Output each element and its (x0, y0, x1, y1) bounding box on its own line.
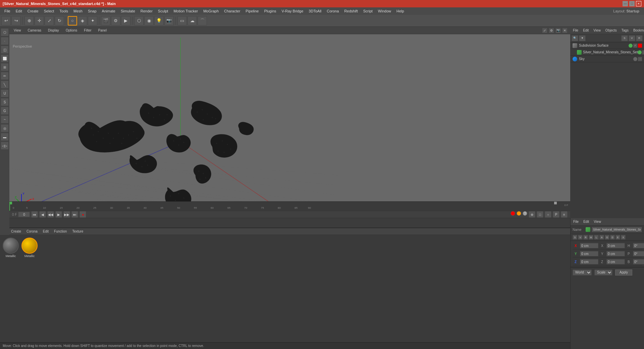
menu-3dtoall[interactable]: 3DToAll (306, 8, 324, 14)
menu-character[interactable]: Character (222, 8, 243, 14)
props-icon-l[interactable]: L (594, 235, 599, 240)
object-item-subdivision-surface[interactable]: Subdivision Surface ✓ · (570, 42, 644, 49)
frame-input[interactable] (18, 212, 30, 217)
props-icon-x[interactable]: X (621, 235, 626, 240)
menu-corona[interactable]: Corona (324, 8, 341, 14)
go-start-button[interactable]: ⏮ (31, 211, 38, 218)
coord-y-size[interactable] (606, 251, 625, 256)
coord-y-pos[interactable] (580, 251, 598, 256)
grab-btn[interactable]: G (1, 107, 9, 115)
menu-mograph[interactable]: MoGraph (201, 8, 221, 14)
minerals-visible-btn[interactable] (638, 50, 642, 54)
points-mode-button[interactable]: ✦ (88, 16, 97, 26)
move-button[interactable]: ✛ (35, 16, 44, 26)
status-dot-3[interactable]: ? (523, 211, 527, 216)
viewport-maximize-icon[interactable]: ⤢ (542, 28, 547, 33)
props-icon-r[interactable]: R (583, 235, 588, 240)
sphere-button[interactable]: ◉ (144, 16, 154, 26)
play-reverse-button[interactable]: ◀◀ (47, 211, 54, 218)
go-end-button[interactable]: ⏭ (71, 211, 78, 218)
coord-h-rot[interactable] (633, 243, 644, 248)
om-toggle-3[interactable]: R (636, 35, 643, 41)
live-select-button[interactable]: ⊕ (24, 16, 34, 26)
render-settings-button[interactable]: ⚙ (111, 16, 120, 26)
viewport-btn-view[interactable]: View (12, 28, 23, 33)
props-view-btn[interactable]: View (592, 219, 602, 224)
apply-button[interactable]: Apply (615, 269, 632, 276)
pb-icon-2[interactable]: □ (537, 211, 543, 218)
viewport-btn-options[interactable]: Options (64, 28, 79, 33)
render-view-button[interactable]: 🎬 (101, 16, 110, 26)
prev-frame-button[interactable]: ◀ (39, 211, 46, 218)
om-objects-btn[interactable]: Objects (604, 28, 618, 33)
redo-button[interactable]: ↪ (11, 16, 21, 26)
inflate-btn[interactable]: ◎ (1, 124, 9, 132)
om-search-icon[interactable]: 🔍 (572, 35, 578, 41)
viewport-close-icon[interactable]: ✕ (562, 28, 568, 33)
subdiv-visible-btn[interactable] (629, 44, 633, 48)
render-button[interactable]: ▶ (121, 16, 130, 26)
pb-icon-3[interactable]: ○ (545, 211, 551, 218)
record-button[interactable]: ● (79, 211, 86, 218)
menu-edit[interactable]: Edit (13, 8, 24, 14)
props-icon-a[interactable]: A (599, 235, 604, 240)
bend-button[interactable]: ⌒ (198, 16, 207, 26)
props-icon-d[interactable]: D (610, 235, 615, 240)
menu-create[interactable]: Create (25, 8, 41, 14)
props-file-btn[interactable]: File (572, 219, 580, 224)
menu-plugins[interactable]: Plugins (262, 8, 278, 14)
uv-btn[interactable]: ⊞ (1, 63, 9, 71)
play-button[interactable]: ▶ (55, 211, 62, 218)
coord-b-rot[interactable] (633, 259, 644, 264)
props-icon-g[interactable]: G (605, 235, 609, 240)
viewport-settings-icon[interactable]: ⚙ (549, 28, 554, 33)
minerals-render-btn[interactable]: · (642, 50, 644, 54)
om-edit-btn[interactable]: Edit (582, 28, 590, 33)
om-toggle-1[interactable]: S (621, 35, 628, 41)
menu-redshift[interactable]: Redshift (342, 8, 360, 14)
om-bookmarks-btn[interactable]: Bookmarks (632, 28, 644, 33)
menu-window[interactable]: Window (376, 8, 393, 14)
material-item-1[interactable]: Metallic (3, 238, 19, 258)
flatten-btn[interactable]: ▬ (1, 133, 9, 141)
mat-create-btn[interactable]: Create (9, 229, 23, 234)
menu-mesh[interactable]: Mesh (71, 8, 85, 14)
menu-render[interactable]: Render (138, 8, 155, 14)
viewport-camera-icon[interactable]: 📷 (555, 28, 561, 33)
knife-btn[interactable]: ╲ (1, 81, 9, 89)
pb-icon-4[interactable]: P (553, 211, 559, 218)
viewport-btn-panel[interactable]: Panel (97, 28, 109, 33)
scale-button[interactable]: ⤢ (45, 16, 54, 26)
magnet-btn[interactable]: U (1, 89, 9, 97)
next-frame-button[interactable]: ▶▶ (63, 211, 70, 218)
menu-select[interactable]: Select (42, 8, 57, 14)
coord-x-size[interactable] (606, 243, 625, 248)
viewport-btn-display[interactable]: Display (46, 28, 61, 33)
pinch-btn[interactable]: ◁▷ (1, 142, 9, 150)
camera-button[interactable]: 📷 (164, 16, 174, 26)
om-view-btn[interactable]: View (592, 28, 602, 33)
props-edit-btn[interactable]: Edit (582, 219, 590, 224)
status-dot-1[interactable] (511, 211, 515, 216)
coord-z-pos[interactable] (580, 259, 598, 264)
sky-render-btn[interactable]: · (638, 57, 642, 61)
mat-function-btn[interactable]: Function (52, 229, 68, 234)
sky-visible-btn[interactable] (633, 57, 637, 61)
status-dot-2[interactable] (517, 211, 521, 216)
paint-btn[interactable]: ✏ (1, 72, 9, 80)
om-tags-btn[interactable]: Tags (620, 28, 630, 33)
object-item-minerals[interactable]: Silver_Natural_Minerals_Stones_Set · (570, 49, 644, 56)
coord-z-size[interactable] (606, 259, 625, 264)
menu-file[interactable]: File (2, 8, 13, 14)
props-icon-v[interactable]: V (578, 235, 583, 240)
om-filter-icon[interactable]: ▼ (579, 35, 586, 41)
sky-button[interactable]: ☁ (187, 16, 197, 26)
menu-animate[interactable]: Animate (100, 8, 118, 14)
points-btn[interactable]: · (1, 37, 9, 45)
viewport-btn-cameras[interactable]: Cameras (26, 28, 43, 33)
props-icon-e[interactable]: E (615, 235, 620, 240)
mat-corona-btn[interactable]: Corona (25, 229, 39, 234)
light-button[interactable]: 💡 (154, 16, 164, 26)
menu-motion-tracker[interactable]: Motion Tracker (171, 8, 200, 14)
material-item-2[interactable]: Metallic (21, 238, 38, 258)
